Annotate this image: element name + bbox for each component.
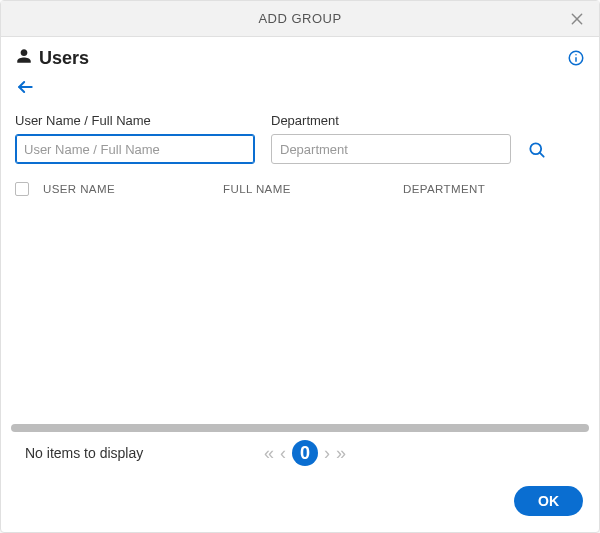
user-icon [15, 47, 33, 69]
close-icon[interactable] [565, 7, 589, 31]
username-input[interactable] [15, 134, 255, 164]
department-label: Department [271, 113, 511, 128]
ok-button[interactable]: OK [514, 486, 583, 516]
col-fullname[interactable]: FULL NAME [223, 183, 403, 195]
svg-point-4 [575, 54, 577, 56]
pager-current[interactable]: 0 [292, 440, 318, 466]
select-all-cell [15, 182, 43, 196]
col-username[interactable]: USER NAME [43, 183, 223, 195]
add-group-modal: ADD GROUP Users User Name / Full Name De… [0, 0, 600, 533]
pager-controls: « ‹ 0 › » [264, 440, 346, 466]
table-body [1, 204, 599, 424]
modal-titlebar: ADD GROUP [1, 1, 599, 37]
department-input[interactable] [271, 134, 511, 164]
page-header: Users [1, 37, 599, 73]
pager-last-icon[interactable]: » [336, 444, 346, 462]
pager-first-icon[interactable]: « [264, 444, 274, 462]
back-row [1, 73, 599, 113]
username-field-group: User Name / Full Name [15, 113, 255, 164]
pager-prev-icon[interactable]: ‹ [280, 444, 286, 462]
table-header: USER NAME FULL NAME DEPARTMENT [1, 174, 599, 204]
svg-line-7 [540, 153, 544, 157]
pager: No items to display « ‹ 0 › » [1, 432, 599, 476]
empty-text: No items to display [25, 445, 143, 461]
select-all-checkbox[interactable] [15, 182, 29, 196]
header-left: Users [15, 47, 89, 69]
col-department[interactable]: DEPARTMENT [403, 183, 585, 195]
page-title: Users [39, 48, 89, 69]
modal-footer: OK [1, 476, 599, 532]
horizontal-scrollbar[interactable] [11, 424, 589, 432]
info-icon[interactable] [567, 49, 585, 67]
department-field-group: Department [271, 113, 511, 164]
username-label: User Name / Full Name [15, 113, 255, 128]
back-icon[interactable] [15, 77, 35, 97]
pager-next-icon[interactable]: › [324, 444, 330, 462]
search-icon[interactable] [527, 140, 547, 164]
filter-row: User Name / Full Name Department [1, 113, 599, 174]
modal-title: ADD GROUP [258, 11, 341, 26]
